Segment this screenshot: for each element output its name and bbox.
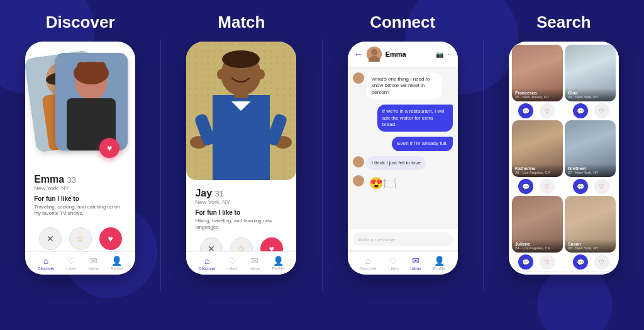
like-button[interactable]: ♥ [99, 227, 122, 250]
card-overlay-4: Gretheel 27 · New York, NY [565, 164, 616, 177]
profile-location: New York, NY [34, 185, 126, 191]
match-profile-info: Jay 31 New York, NY For fun I like to Hi… [186, 183, 296, 234]
search-chat-btn-1[interactable]: 💬 [518, 103, 533, 118]
match-nav-likes-label: Likes [228, 266, 238, 271]
match-nav-likes[interactable]: ♡ Likes [228, 256, 238, 271]
bubble-me-1: If we're in a restaurant, I will ask the… [377, 105, 453, 132]
card-name-2: Gina [568, 91, 613, 95]
search-card-katherine[interactable]: Katherine 28 · Los Angeles, CA [512, 120, 563, 177]
search-heart-btn-2[interactable]: ♡ [594, 103, 609, 118]
nav-discover-label: Discover [37, 266, 54, 271]
card-overlay-3: Katherine 28 · Los Angeles, CA [512, 164, 563, 177]
profile-icon: 👤 [111, 256, 122, 266]
search-card-francesca[interactable]: ··· Francesca 26 · New Jersey, NJ [512, 45, 563, 101]
connect-nav-inbox[interactable]: ✉ Inbox [411, 256, 421, 271]
search-card-gina[interactable]: ··· Gina 29 · New York, NY [565, 45, 616, 101]
card-info-3: 28 · Los Angeles, CA [515, 171, 560, 174]
connect-heart-icon: ♡ [389, 256, 397, 266]
nav-discover[interactable]: ⌂ Discover [37, 256, 54, 271]
match-title: Match [218, 13, 265, 32]
svg-point-18 [217, 69, 225, 79]
search-heart-btn-5[interactable]: ♡ [540, 254, 555, 270]
search-heart-btn-4[interactable]: ♡ [594, 179, 609, 194]
spacer-3 [560, 254, 567, 270]
connect-profile-icon: 👤 [434, 256, 445, 266]
card-overlay-2: Gina 29 · New York, NY [565, 88, 616, 101]
search-row1-actions: 💬 ♡ 💬 ♡ [509, 101, 619, 120]
nav-likes[interactable]: ♡ Likes [66, 256, 76, 271]
connect-nav-profile-label: Profile [433, 266, 445, 271]
card-dots-1: ··· [556, 47, 560, 53]
app-showcase: Discover [0, 0, 644, 330]
card-info-4: 27 · New York, NY [568, 171, 613, 174]
connect-nav-inbox-label: Inbox [411, 266, 421, 271]
nav-inbox-label: Inbox [88, 266, 99, 271]
nav-profile[interactable]: 👤 Profile [111, 256, 123, 271]
card-name-3: Katherine [515, 166, 560, 171]
search-chat-btn-6[interactable]: 💬 [573, 254, 588, 270]
match-bottom-nav: ⌂ Discover ♡ Likes ✉ Inbox 👤 Profile [186, 251, 296, 275]
more-icon[interactable]: ··· [446, 51, 451, 58]
msg-avatar [353, 72, 364, 84]
search-heart-btn-3[interactable]: ♡ [540, 179, 555, 194]
search-heart-btn-1[interactable]: ♡ [540, 103, 555, 118]
search-chat-btn-5[interactable]: 💬 [518, 254, 533, 270]
svg-point-25 [371, 49, 377, 56]
nav-inbox[interactable]: ✉ Inbox [88, 256, 99, 271]
discover-bottom-nav: ⌂ Discover ♡ Likes ✉ Inbox 👤 Profile [25, 251, 135, 275]
home-icon: ⌂ [43, 256, 48, 266]
search-chat-btn-3[interactable]: 💬 [518, 179, 533, 194]
connect-inbox-icon: ✉ [412, 256, 419, 266]
back-button[interactable]: ← [354, 49, 363, 59]
video-icon[interactable]: 📷 [436, 51, 443, 58]
chat-messages-area: What's one thing I need to know before w… [348, 67, 458, 228]
bubble-me-2: Even if I'm already full. [392, 137, 452, 151]
msg-avatar-2 [353, 156, 364, 168]
search-card-gretheel[interactable]: Gretheel 27 · New York, NY [565, 120, 616, 177]
heart-floating-button[interactable]: ♥ [99, 138, 119, 158]
card-overlay-6: Susan 30 · New York, NY [565, 239, 616, 253]
message-3: Even if I'm already full. [353, 137, 453, 151]
match-profile-icon: 👤 [273, 256, 284, 266]
search-grid-row3: Juliene 24 · Los Angeles, CA Susan 30 · … [509, 196, 619, 253]
chat-header: ← Emma 📷 ··· [348, 42, 458, 67]
profile-description: Traveling, cooking, and catching up on m… [34, 204, 126, 217]
connect-nav-likes-label: Likes [389, 266, 399, 271]
chat-message-input[interactable]: Write a message [353, 232, 453, 246]
match-nav-profile[interactable]: 👤 Profile [272, 256, 284, 271]
chat-action-icons: 📷 ··· [436, 51, 451, 58]
search-heart-btn-6[interactable]: ♡ [594, 254, 609, 270]
match-profile-location: New York, NY [195, 199, 287, 205]
card-overlay-1: Francesca 26 · New Jersey, NJ [512, 88, 563, 101]
match-nav-discover-label: Discover [199, 266, 216, 271]
discover-action-buttons: ✕ ☆ ♥ [25, 227, 135, 250]
bubble-them-1: What's one thing I need to know before w… [367, 72, 442, 100]
match-nav-inbox-label: Inbox [249, 266, 260, 271]
search-chat-btn-2[interactable]: 💬 [573, 103, 588, 118]
nav-profile-label: Profile [111, 266, 123, 271]
pass-button[interactable]: ✕ [39, 227, 62, 250]
search-chat-btn-4[interactable]: 💬 [573, 179, 588, 194]
connect-nav-discover[interactable]: ⌂ Discover [360, 256, 377, 271]
card-name-6: Susan [568, 242, 613, 246]
card-name-1: Francesca [515, 91, 560, 95]
svg-marker-14 [241, 95, 270, 180]
card-info-5: 24 · Los Angeles, CA [515, 246, 560, 250]
match-nav-discover[interactable]: ⌂ Discover [199, 256, 216, 271]
match-nav-inbox[interactable]: ✉ Inbox [249, 256, 260, 271]
discover-title: Discover [46, 13, 115, 32]
search-row2-actions: 💬 ♡ 💬 ♡ [509, 177, 619, 196]
superlike-button[interactable]: ☆ [69, 227, 92, 250]
person-photo-front [55, 53, 128, 151]
spacer-2 [560, 179, 567, 194]
connect-nav-profile[interactable]: 👤 Profile [433, 256, 445, 271]
message-1: What's one thing I need to know before w… [353, 72, 453, 100]
card-info-6: 30 · New York, NY [568, 246, 613, 250]
search-card-juliene[interactable]: Juliene 24 · Los Angeles, CA [512, 196, 563, 253]
connect-nav-likes[interactable]: ♡ Likes [389, 256, 399, 271]
profile-tagline: For fun I like to [34, 195, 126, 202]
search-card-susan[interactable]: Susan 30 · New York, NY [565, 196, 616, 253]
search-grid-row1: ··· Francesca 26 · New Jersey, NJ ··· Gi… [509, 42, 619, 101]
bubble-them-2: I think I just fell in love [367, 156, 426, 170]
connect-nav-discover-label: Discover [360, 266, 377, 271]
